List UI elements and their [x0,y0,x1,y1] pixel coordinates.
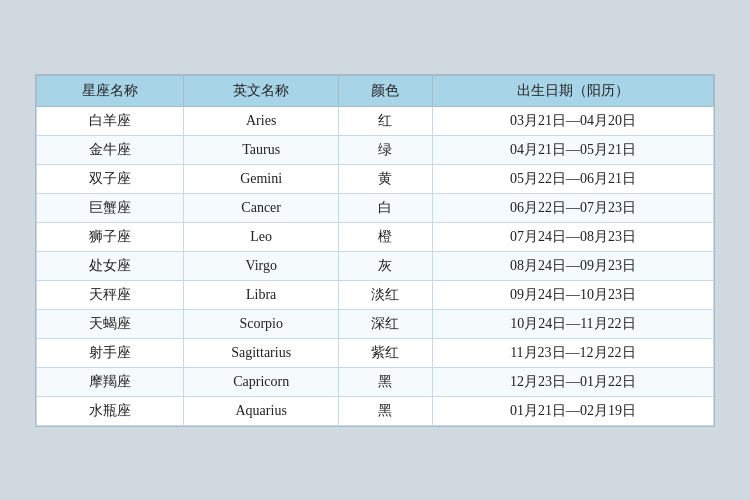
cell-r5-c1: Virgo [184,251,339,280]
cell-r7-c3: 10月24日—11月22日 [432,309,713,338]
cell-r2-c2: 黄 [339,164,433,193]
cell-r5-c0: 处女座 [37,251,184,280]
cell-r1-c0: 金牛座 [37,135,184,164]
table-row: 白羊座Aries红03月21日—04月20日 [37,106,714,135]
cell-r6-c2: 淡红 [339,280,433,309]
cell-r4-c1: Leo [184,222,339,251]
cell-r3-c2: 白 [339,193,433,222]
cell-r0-c3: 03月21日—04月20日 [432,106,713,135]
cell-r3-c3: 06月22日—07月23日 [432,193,713,222]
zodiac-table: 星座名称英文名称颜色出生日期（阳历） 白羊座Aries红03月21日—04月20… [36,75,714,426]
header-col-0: 星座名称 [37,75,184,106]
cell-r10-c3: 01月21日—02月19日 [432,396,713,425]
table-row: 天蝎座Scorpio深红10月24日—11月22日 [37,309,714,338]
cell-r3-c0: 巨蟹座 [37,193,184,222]
cell-r8-c0: 射手座 [37,338,184,367]
table-body: 白羊座Aries红03月21日—04月20日金牛座Taurus绿04月21日—0… [37,106,714,425]
header-col-1: 英文名称 [184,75,339,106]
table-header-row: 星座名称英文名称颜色出生日期（阳历） [37,75,714,106]
table-row: 水瓶座Aquarius黑01月21日—02月19日 [37,396,714,425]
cell-r7-c1: Scorpio [184,309,339,338]
table-row: 处女座Virgo灰08月24日—09月23日 [37,251,714,280]
cell-r2-c0: 双子座 [37,164,184,193]
header-col-3: 出生日期（阳历） [432,75,713,106]
cell-r4-c2: 橙 [339,222,433,251]
cell-r0-c2: 红 [339,106,433,135]
cell-r6-c0: 天秤座 [37,280,184,309]
cell-r5-c2: 灰 [339,251,433,280]
cell-r0-c1: Aries [184,106,339,135]
table-row: 天秤座Libra淡红09月24日—10月23日 [37,280,714,309]
cell-r1-c2: 绿 [339,135,433,164]
cell-r4-c3: 07月24日—08月23日 [432,222,713,251]
cell-r8-c3: 11月23日—12月22日 [432,338,713,367]
cell-r1-c3: 04月21日—05月21日 [432,135,713,164]
cell-r8-c1: Sagittarius [184,338,339,367]
zodiac-table-container: 星座名称英文名称颜色出生日期（阳历） 白羊座Aries红03月21日—04月20… [35,74,715,427]
cell-r1-c1: Taurus [184,135,339,164]
cell-r10-c2: 黑 [339,396,433,425]
cell-r2-c3: 05月22日—06月21日 [432,164,713,193]
table-row: 狮子座Leo橙07月24日—08月23日 [37,222,714,251]
cell-r9-c0: 摩羯座 [37,367,184,396]
cell-r0-c0: 白羊座 [37,106,184,135]
cell-r7-c0: 天蝎座 [37,309,184,338]
table-row: 金牛座Taurus绿04月21日—05月21日 [37,135,714,164]
header-col-2: 颜色 [339,75,433,106]
cell-r10-c0: 水瓶座 [37,396,184,425]
cell-r7-c2: 深红 [339,309,433,338]
cell-r5-c3: 08月24日—09月23日 [432,251,713,280]
cell-r8-c2: 紫红 [339,338,433,367]
cell-r6-c1: Libra [184,280,339,309]
cell-r9-c2: 黑 [339,367,433,396]
table-row: 摩羯座Capricorn黑12月23日—01月22日 [37,367,714,396]
cell-r9-c1: Capricorn [184,367,339,396]
cell-r4-c0: 狮子座 [37,222,184,251]
cell-r2-c1: Gemini [184,164,339,193]
cell-r10-c1: Aquarius [184,396,339,425]
cell-r9-c3: 12月23日—01月22日 [432,367,713,396]
cell-r3-c1: Cancer [184,193,339,222]
table-row: 双子座Gemini黄05月22日—06月21日 [37,164,714,193]
table-row: 巨蟹座Cancer白06月22日—07月23日 [37,193,714,222]
table-row: 射手座Sagittarius紫红11月23日—12月22日 [37,338,714,367]
cell-r6-c3: 09月24日—10月23日 [432,280,713,309]
